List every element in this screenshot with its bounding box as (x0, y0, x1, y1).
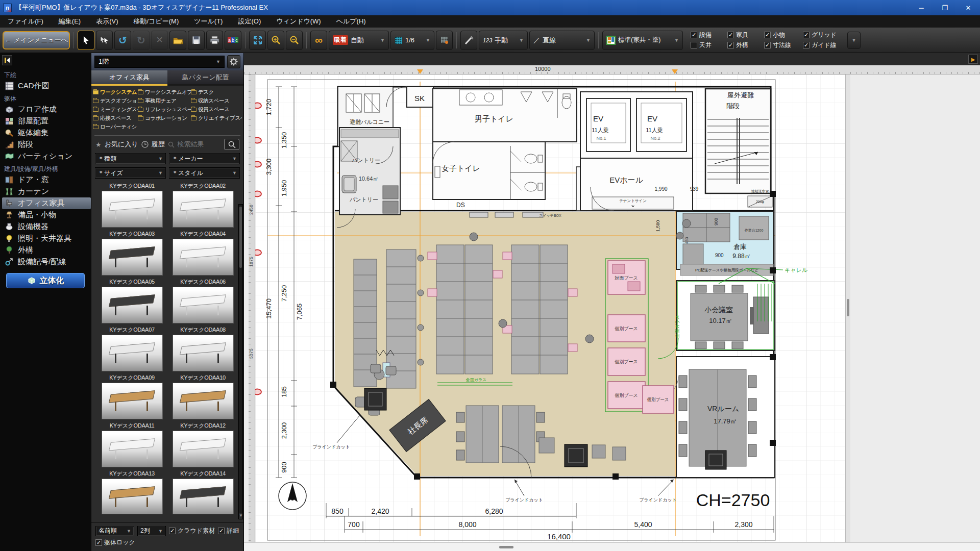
checkbox-small-items[interactable]: 小物 (764, 31, 803, 39)
minimize-button[interactable]: ─ (910, 0, 933, 15)
sidebar-item-floor[interactable]: フロア作成 (2, 104, 91, 115)
category-low-partition[interactable]: ローパーティション (93, 123, 138, 131)
scrollbar-thumb[interactable] (239, 207, 242, 268)
checkbox-dimension-lines[interactable]: 寸法線 (764, 41, 803, 49)
canvas-horizontal-scrollbar[interactable] (244, 542, 980, 551)
menu-file[interactable]: ファイル(F) (0, 15, 51, 28)
delete-button[interactable]: ✕ (151, 31, 168, 50)
menu-tools[interactable]: ツール(T) (186, 15, 230, 28)
right-panel-expand-button[interactable]: ▶ (968, 55, 978, 64)
catalog-item[interactable]: KYデスクODAA14 (167, 469, 238, 514)
sidebar-item-accessories[interactable]: 備品・小物 (2, 209, 91, 221)
menu-help[interactable]: ヘルプ(H) (329, 15, 374, 28)
desk-island-c[interactable] (503, 245, 577, 374)
measure-tool-button[interactable] (460, 31, 477, 50)
maximize-button[interactable]: ❐ (933, 0, 957, 15)
catalog-item[interactable]: KYデスクODAA04 (167, 230, 238, 278)
text-tool-button[interactable]: abc (225, 31, 241, 50)
filter-size-select[interactable]: ＊サイズ▼ (95, 167, 166, 179)
open-file-button[interactable] (169, 31, 186, 50)
checkbox-equipment[interactable]: 設備 (691, 31, 727, 39)
category-executive-space[interactable]: 役員スペース (191, 106, 242, 113)
catalog-item[interactable]: KYデスクODAA11 (96, 421, 167, 469)
checkbox-cloud-material[interactable]: クラウド素材 (169, 527, 215, 535)
category-storage[interactable]: 収納スペース (191, 97, 242, 105)
desk-island-b[interactable] (428, 245, 502, 374)
tab-island-pattern[interactable]: 島パターン配置 (167, 70, 243, 86)
checkbox-structure-lock[interactable]: 躯体ロック (95, 538, 135, 547)
catalog-item[interactable]: KYデスクODAA06 (167, 278, 238, 325)
print-button[interactable] (206, 31, 223, 50)
sidebar-item-office-furniture[interactable]: オフィス家具 (2, 197, 91, 209)
catalog-item[interactable]: KYデスクODAA10 (167, 373, 238, 421)
checkbox-detail[interactable]: 詳細 (218, 527, 239, 535)
dimension-mode-dropdown[interactable]: 123 手動 ▼ (479, 31, 528, 50)
filter-style-select[interactable]: ＊スタイル▼ (169, 167, 240, 179)
line-mode-dropdown[interactable]: ／ 直線 ▼ (529, 31, 595, 50)
pantry-room[interactable]: パントリー 10.64㎡ パントリー (339, 128, 400, 215)
category-work-system[interactable]: ワークシステム (93, 89, 138, 96)
sidebar-collapse-button[interactable] (2, 55, 12, 65)
catalog-item[interactable]: KYデスクODAA13 (96, 469, 167, 514)
ev-hall[interactable]: EVホール 1,990 939 テナントサイン (580, 158, 699, 211)
mens-toilet[interactable]: 男子トイレ (433, 89, 577, 142)
drawing-page[interactable]: 避難バルコニー パントリー 10.64㎡ パントリー (255, 74, 845, 542)
sidebar-item-structure-edit[interactable]: 躯体編集 (2, 127, 91, 139)
sort-select[interactable]: 名前順▼ (95, 526, 134, 536)
sidebar-item-exterior[interactable]: 外構 (2, 244, 91, 256)
sidebar-item-equipment[interactable]: 設備機器 (2, 221, 91, 233)
zoom-in-button[interactable] (267, 31, 284, 50)
scrollbar-thumb[interactable] (847, 299, 849, 316)
sidebar-item-room-layout[interactable]: 部屋配置 (2, 115, 91, 127)
checkbox-grid[interactable]: グリッド (803, 31, 846, 39)
catalog-item[interactable]: KYデスクODAA05 (96, 278, 167, 325)
catalog-item[interactable]: KYデスクODAA02 (167, 182, 238, 230)
category-creative-space[interactable]: クリエイティブスペース (191, 115, 242, 122)
toolbar-overflow-dropdown[interactable]: ▼ (847, 32, 861, 49)
tab-office-furniture[interactable]: オフィス家具 (91, 70, 167, 86)
floor-plan-svg[interactable]: 避難バルコニー パントリー 10.64㎡ パントリー (255, 74, 845, 542)
catalog-item[interactable]: KYデスクODAA09 (96, 373, 167, 421)
history-link[interactable]: 履歴 (152, 140, 165, 149)
scrollbar-thumb[interactable] (499, 546, 513, 548)
zoom-out-button[interactable] (286, 31, 303, 50)
menu-move-copy[interactable]: 移動/コピー(M) (126, 15, 187, 28)
infinity-button[interactable]: ∞ (310, 31, 327, 50)
category-desk-option[interactable]: デスクオプション (93, 97, 138, 105)
category-collaboration[interactable]: コラボレーション (138, 115, 191, 122)
select-tool-button[interactable] (78, 31, 94, 50)
menu-window[interactable]: ウィンドウ(W) (268, 15, 328, 28)
render-style-dropdown[interactable]: 標準(家具・塗) ▼ (602, 31, 683, 50)
filter-maker-select[interactable]: ＊メーカー▼ (169, 153, 240, 164)
catalog-item[interactable]: KYデスクODAA08 (167, 325, 238, 373)
scroll-down-arrow[interactable]: ▼ (239, 513, 242, 519)
solidify-3d-button[interactable]: 立体化 (6, 273, 85, 288)
search-button[interactable] (224, 139, 239, 150)
checkbox-ceiling[interactable]: 天井 (691, 41, 727, 49)
fit-view-button[interactable] (249, 31, 266, 50)
grid-scale-dropdown[interactable]: 1/6 ▼ (390, 31, 434, 50)
checkbox-exterior[interactable]: 外構 (727, 41, 764, 49)
sidebar-item-cad[interactable]: CAD作図 (2, 80, 91, 92)
category-reception-space[interactable]: 応接スペース (93, 115, 138, 122)
catalog-scrollbar[interactable]: ▼ (238, 204, 243, 519)
checkbox-furniture[interactable]: 家具 (727, 31, 764, 39)
category-desk[interactable]: デスク (191, 89, 242, 96)
category-office-chair[interactable]: 事務用チェア (138, 97, 191, 105)
favorites-link[interactable]: お気に入り (105, 140, 138, 149)
storage-room[interactable]: 900 450 900 作業台1200 倉庫 9.88㎡ (676, 212, 773, 269)
category-refresh-space[interactable]: リフレッシュスペース (138, 106, 191, 113)
canvas-viewport[interactable]: 2458 1875 5375 (244, 74, 980, 542)
grid-stamp-button[interactable] (436, 31, 453, 50)
floor-select[interactable]: 1階 ▼ (94, 56, 225, 68)
search-results-link[interactable]: 検索結果 (178, 140, 204, 149)
main-menu-button[interactable]: ← メインメニューへ (3, 31, 70, 49)
save-button[interactable] (188, 31, 205, 50)
sidebar-item-wiring[interactable]: 設備記号/配線 (2, 256, 91, 268)
menu-view[interactable]: 表示(V) (88, 15, 126, 28)
evacuation-stairs[interactable]: 屋外避難 階段 (705, 89, 771, 193)
undo-button[interactable]: ↺ (114, 31, 131, 50)
catalog-item[interactable]: KYデスクODAA01 (96, 182, 167, 230)
catalog-item[interactable]: KYデスクODAA12 (167, 421, 238, 469)
sidebar-item-partition[interactable]: パーティション (2, 151, 91, 162)
